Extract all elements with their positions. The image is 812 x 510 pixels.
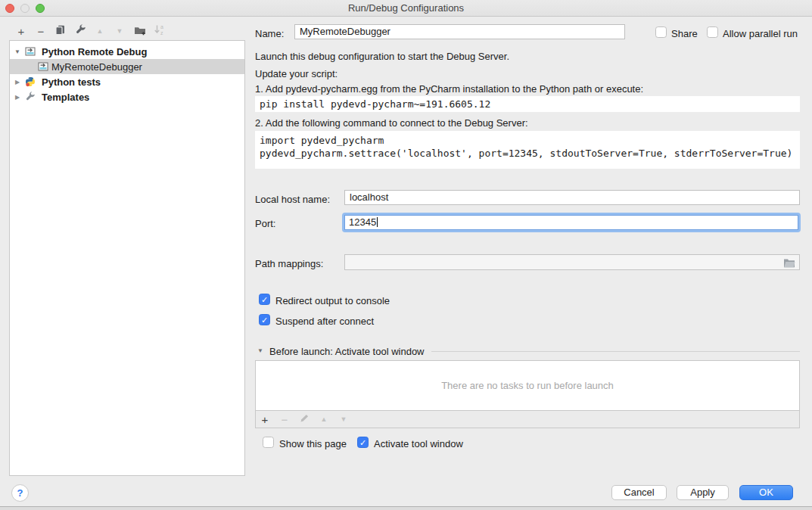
cancel-button[interactable]: Cancel bbox=[611, 485, 667, 500]
edit-templates-button[interactable] bbox=[73, 23, 87, 39]
local-host-name-input[interactable]: localhost bbox=[344, 190, 800, 205]
new-folder-button[interactable] bbox=[133, 23, 147, 39]
suspend-after-connect-checkbox[interactable] bbox=[259, 314, 270, 325]
minus-icon: − bbox=[38, 26, 45, 37]
share-checkbox[interactable] bbox=[655, 26, 667, 38]
move-down-icon: ▼ bbox=[117, 28, 123, 35]
plus-icon: + bbox=[262, 414, 269, 425]
name-input[interactable]: MyRemoteDebugger bbox=[294, 24, 625, 39]
before-launch-collapse-icon[interactable]: ▼ bbox=[257, 347, 263, 354]
remove-configuration-button[interactable]: − bbox=[34, 23, 48, 39]
move-up-icon: ▲ bbox=[97, 28, 104, 35]
step-1-text: 1. Add pydevd-pycharm.egg from the PyCha… bbox=[255, 83, 643, 95]
copy-configuration-button[interactable] bbox=[53, 23, 67, 39]
settrace-code: import pydevd_pycharm pydevd_pycharm.set… bbox=[255, 131, 800, 169]
share-label[interactable]: Share bbox=[671, 28, 698, 39]
chevron-collapsed-icon[interactable]: ▶ bbox=[13, 94, 22, 101]
window-title: Run/Debug Configurations bbox=[0, 2, 812, 14]
before-launch-header: Before launch: Activate tool window bbox=[269, 346, 425, 357]
settrace-code-line-1: import pydevd_pycharm bbox=[260, 134, 800, 147]
tree-item-templates[interactable]: ▶ Templates bbox=[10, 89, 244, 104]
python-icon bbox=[25, 76, 36, 87]
suspend-after-connect-label[interactable]: Suspend after connect bbox=[275, 316, 374, 327]
task-list-toolbar: + − ▲ ▼ bbox=[255, 411, 800, 428]
text-caret bbox=[377, 217, 378, 227]
move-up-button[interactable]: ▲ bbox=[93, 23, 107, 39]
redirect-output-label[interactable]: Redirect output to console bbox=[275, 295, 390, 306]
help-button[interactable]: ? bbox=[11, 484, 29, 502]
before-launch-separator bbox=[431, 351, 800, 352]
run-debug-configurations-dialog: Run/Debug Configurations + − ▲ ▼ az ▼ bbox=[0, 0, 812, 510]
chevron-collapsed-icon[interactable]: ▶ bbox=[13, 79, 22, 86]
intro-line-2: Update your script: bbox=[255, 68, 338, 79]
question-icon: ? bbox=[17, 487, 23, 499]
remote-debug-icon bbox=[25, 47, 36, 56]
empty-tasks-text: There are no tasks to run before launch bbox=[441, 380, 614, 391]
new-folder-icon bbox=[134, 25, 147, 38]
minus-icon: − bbox=[282, 414, 288, 425]
tree-item-python-tests[interactable]: ▶ Python tests bbox=[10, 74, 244, 89]
tree-item-label: Python tests bbox=[42, 76, 101, 88]
pip-install-code: pip install pydevd-pycharm~=191.6605.12 bbox=[255, 96, 800, 112]
path-mappings-input[interactable] bbox=[344, 254, 800, 270]
show-this-page-checkbox[interactable] bbox=[263, 437, 274, 448]
pencil-icon bbox=[300, 413, 310, 425]
apply-button[interactable]: Apply bbox=[677, 485, 729, 500]
copy-icon bbox=[54, 24, 66, 38]
wrench-icon bbox=[25, 92, 36, 102]
svg-text:a: a bbox=[160, 24, 163, 30]
allow-parallel-run-checkbox[interactable] bbox=[707, 26, 718, 38]
move-task-down-button[interactable]: ▼ bbox=[338, 411, 350, 428]
browse-folder-icon[interactable] bbox=[783, 258, 795, 270]
local-host-name-label: Local host name: bbox=[255, 194, 330, 205]
chevron-expanded-icon[interactable]: ▼ bbox=[13, 48, 22, 55]
configurations-tree: ▼ Python Remote Debug MyRemoteDebugger ▶… bbox=[9, 40, 245, 476]
tree-item-python-remote-debug[interactable]: ▼ Python Remote Debug bbox=[10, 44, 244, 59]
remove-task-button[interactable]: − bbox=[278, 411, 291, 428]
remote-debug-icon bbox=[38, 62, 48, 71]
intro-line-1: Launch this debug configuration to start… bbox=[255, 51, 509, 62]
show-this-page-label[interactable]: Show this page bbox=[279, 438, 347, 449]
tree-item-myremotedebugger[interactable]: MyRemoteDebugger bbox=[10, 59, 244, 74]
svg-text:z: z bbox=[160, 30, 163, 36]
sort-configurations-button[interactable]: az bbox=[152, 23, 166, 39]
step-2-text: 2. Add the following command to connect … bbox=[255, 117, 528, 129]
wrench-icon bbox=[75, 24, 86, 38]
title-bar: Run/Debug Configurations bbox=[0, 0, 812, 17]
before-launch-task-list[interactable]: There are no tasks to run before launch bbox=[255, 360, 800, 411]
redirect-output-checkbox[interactable] bbox=[259, 294, 270, 305]
activate-tool-window-label[interactable]: Activate tool window bbox=[374, 438, 463, 449]
move-task-up-button[interactable]: ▲ bbox=[318, 411, 330, 428]
move-up-icon: ▲ bbox=[321, 416, 328, 423]
port-input-focus-ring: 12345 bbox=[342, 213, 801, 232]
edit-task-button[interactable] bbox=[298, 411, 310, 428]
path-mappings-label: Path mappings: bbox=[255, 258, 323, 269]
move-down-button[interactable]: ▼ bbox=[113, 23, 126, 39]
tree-item-label: Python Remote Debug bbox=[42, 46, 147, 58]
ok-button[interactable]: OK bbox=[739, 485, 793, 500]
tree-item-label: MyRemoteDebugger bbox=[51, 61, 142, 73]
plus-icon: + bbox=[18, 26, 25, 37]
activate-tool-window-checkbox[interactable] bbox=[357, 437, 369, 448]
window-bottom-edge bbox=[0, 506, 812, 510]
tree-item-label: Templates bbox=[42, 92, 89, 103]
add-task-button[interactable]: + bbox=[259, 411, 271, 428]
allow-parallel-run-label[interactable]: Allow parallel run bbox=[723, 28, 798, 39]
port-input[interactable]: 12345 bbox=[344, 215, 798, 230]
add-configuration-button[interactable]: + bbox=[14, 23, 28, 39]
port-label: Port: bbox=[255, 218, 275, 229]
settrace-code-line-2: pydevd_pycharm.settrace('localhost', por… bbox=[260, 147, 800, 160]
sort-az-icon: az bbox=[154, 24, 165, 38]
name-label: Name: bbox=[255, 28, 284, 39]
move-down-icon: ▼ bbox=[341, 416, 347, 423]
